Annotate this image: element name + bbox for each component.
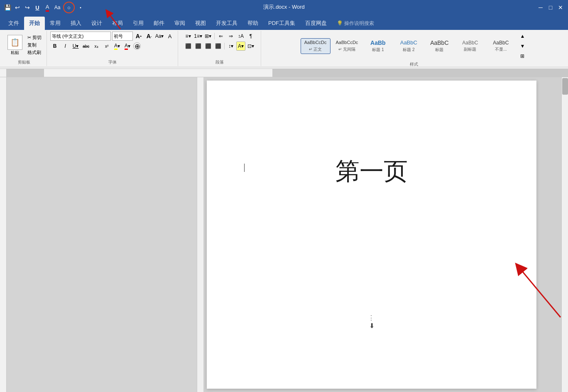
document-title: 演示.docx - Word	[263, 3, 304, 11]
tab-common[interactable]: 常用	[45, 17, 66, 30]
styles-group-content: AaBbCcDc ↵ 正文 AaBbCcDc ↵ 无间隔 AaBb 标题 1 A…	[301, 32, 527, 61]
align-left-button[interactable]: ⬛	[184, 42, 193, 51]
align-center-button[interactable]: ⬛	[193, 42, 203, 51]
font-family-input[interactable]	[50, 32, 111, 41]
style-title-label: 标题	[435, 47, 443, 53]
format-painter-button[interactable]: 格式刷	[26, 49, 43, 56]
cut-button[interactable]: ✂ 剪切	[26, 34, 43, 41]
redo-icon[interactable]: ↪	[23, 3, 32, 12]
separator1	[214, 33, 215, 39]
style-normal-label: ↵ 正文	[309, 47, 322, 52]
style-heading2-preview: AaBbC	[400, 39, 417, 46]
styles-scroll-down[interactable]: ▼	[518, 42, 527, 51]
page-title-text[interactable]: 第一页	[244, 155, 499, 188]
document-page[interactable]: 第一页 ⋮ ⬇	[207, 81, 536, 389]
styles-gallery: AaBbCcDc ↵ 正文 AaBbCcDc ↵ 无间隔 AaBb 标题 1 A…	[301, 38, 516, 55]
styles-group: AaBbCcDc ↵ 正文 AaBbCcDc ↵ 无间隔 AaBb 标题 1 A…	[261, 31, 566, 66]
style-normal-preview: AaBbCcDc	[304, 40, 327, 45]
bold-button[interactable]: B	[50, 42, 59, 51]
restore-icon[interactable]: □	[546, 3, 555, 12]
tab-view[interactable]: 视图	[190, 17, 211, 30]
save-icon[interactable]: 💾	[3, 3, 12, 12]
show-marks-button[interactable]: ¶	[246, 32, 255, 41]
more-commands-icon[interactable]: •	[76, 3, 85, 12]
numbered-list-button[interactable]: 1≡▾	[193, 32, 203, 41]
tab-references[interactable]: 引用	[128, 17, 149, 30]
underline-button[interactable]: U▾	[71, 42, 80, 51]
document-canvas[interactable]: 第一页 ⋮ ⬇	[203, 77, 568, 392]
font-color-button[interactable]: A▾	[123, 42, 132, 51]
styles-more[interactable]: ⊞	[518, 51, 527, 61]
vertical-scrollbar[interactable]	[561, 77, 568, 392]
tab-mailings[interactable]: 邮件	[149, 17, 169, 30]
style-heading2[interactable]: AaBbC 标题 2	[394, 38, 423, 54]
minimize-icon[interactable]: ─	[536, 3, 545, 12]
style-heading1-preview: AaBb	[370, 39, 386, 47]
tab-review[interactable]: 审阅	[169, 17, 190, 30]
font-shrink-button[interactable]: A-	[144, 32, 154, 41]
page-break-indicator: ⋮ ⬇	[368, 314, 375, 330]
style-normal[interactable]: AaBbCcDc ↵ 正文	[301, 38, 331, 54]
styles-scroll-up[interactable]: ▲	[518, 32, 527, 41]
circle-command-icon[interactable]: ○	[63, 2, 75, 13]
tab-file[interactable]: 文件	[3, 17, 24, 30]
sort-button[interactable]: ↕A	[236, 32, 245, 41]
ruler-corner[interactable]	[0, 69, 7, 77]
tab-home[interactable]: 开始	[24, 17, 45, 30]
style-hidden[interactable]: AaBbC 不显...	[486, 38, 515, 54]
font-row1: A+ A- Aa▾ A	[50, 32, 174, 41]
multilevel-list-button[interactable]: ⊞▾	[203, 32, 213, 41]
superscript-button[interactable]: x²	[102, 42, 111, 51]
close-icon[interactable]: ✕	[556, 3, 565, 12]
tab-search[interactable]: 💡 操作说明搜索	[332, 17, 379, 30]
style-subtitle[interactable]: AaBbC 副标题	[455, 38, 485, 54]
clear-format-button[interactable]: A	[165, 32, 174, 41]
font-more-button[interactable]: ⊕	[133, 42, 141, 50]
bold-u-icon[interactable]: U	[33, 3, 42, 12]
vertical-ruler	[0, 77, 7, 392]
font-case-button[interactable]: Aa▾	[155, 32, 164, 41]
tab-baidu[interactable]: 百度网盘	[300, 17, 332, 30]
increase-indent-button[interactable]: ⇒	[226, 32, 235, 41]
decrease-indent-button[interactable]: ⇐	[216, 32, 225, 41]
paragraph-group: ≡▾ 1≡▾ ⊞▾ ⇐ ⇒ ↕A ¶ ⬛ ⬛ ⬛ ⬛ ↕▾ A▾ ⊡▾ 段落	[178, 31, 261, 66]
left-sidebar-scroll[interactable]	[197, 77, 203, 392]
justify-button[interactable]: ⬛	[213, 42, 223, 51]
undo-icon[interactable]: ↩	[13, 3, 22, 12]
style-no-space-label: ↵ 无间隔	[338, 47, 355, 52]
strikethrough-button[interactable]: abc	[81, 42, 91, 51]
subscript-button[interactable]: x₂	[92, 42, 101, 51]
shading-button[interactable]: A▾	[236, 42, 245, 51]
text-highlight-button[interactable]: A▾	[113, 42, 122, 51]
font-grow-button[interactable]: A+	[134, 32, 143, 41]
font-size-input[interactable]	[112, 32, 133, 41]
page-break-dots: ⋮	[368, 314, 375, 322]
tab-insert[interactable]: 插入	[66, 17, 86, 30]
style-hidden-label: 不显...	[495, 47, 507, 52]
tab-design[interactable]: 设计	[86, 17, 107, 30]
tab-help[interactable]: 帮助	[242, 17, 263, 30]
align-right-button[interactable]: ⬛	[203, 42, 213, 51]
style-no-space[interactable]: AaBbCcDc ↵ 无间隔	[332, 38, 362, 54]
style-title[interactable]: AaBbC 标题	[425, 38, 454, 55]
copy-button[interactable]: 复制	[26, 42, 43, 49]
page-break-arrow: ⬇	[369, 322, 375, 330]
font-color-a-icon[interactable]: A	[43, 3, 51, 12]
style-heading1[interactable]: AaBb 标题 1	[363, 38, 392, 55]
line-spacing-button[interactable]: ↕▾	[226, 42, 235, 51]
separator2	[224, 43, 225, 49]
aa-icon[interactable]: Aa	[53, 3, 61, 12]
clipboard-small-buttons: ✂ 剪切 复制 格式刷	[26, 34, 43, 56]
bullet-list-button[interactable]: ≡▾	[184, 32, 193, 41]
tab-layout[interactable]: 布局	[107, 17, 128, 30]
tab-pdf[interactable]: PDF工具集	[263, 17, 300, 30]
title-bar: 💾 ↩ ↪ U A Aa ○ • 演示.docx - Word ─ □ ✕	[0, 0, 568, 15]
paste-button[interactable]: 📋 粘贴	[5, 33, 25, 57]
border-button[interactable]: ⊡▾	[246, 42, 255, 51]
font-row2: B I U▾ abc x₂ x² A▾ A▾ ⊕	[50, 42, 174, 51]
document-area: 第一页 ⋮ ⬇	[0, 77, 568, 392]
clipboard-group-content: 📋 粘贴 ✂ 剪切 复制 格式刷	[5, 32, 43, 59]
italic-button[interactable]: I	[61, 42, 70, 51]
tab-developer[interactable]: 开发工具	[211, 17, 242, 30]
scrollbar-thumb[interactable]	[562, 78, 568, 95]
